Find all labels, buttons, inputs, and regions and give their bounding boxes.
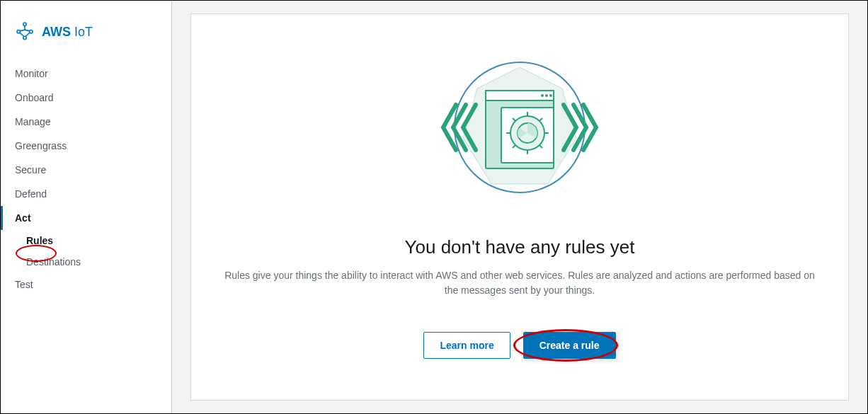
sidebar-item-defend[interactable]: Defend — [1, 182, 171, 206]
svg-point-0 — [23, 23, 26, 25]
aws-iot-logo-icon — [15, 21, 35, 43]
logo[interactable]: AWS IoT — [1, 13, 171, 62]
sidebar-subitem-rules[interactable]: Rules — [1, 230, 171, 251]
logo-text: AWS IoT — [42, 25, 93, 40]
svg-point-2 — [30, 30, 33, 33]
main-content: You don't have any rules yet Rules give … — [172, 1, 867, 413]
sidebar: AWS IoT Monitor Onboard Manage Greengras… — [1, 1, 172, 413]
rules-illustration-icon — [435, 57, 605, 201]
sidebar-item-secure[interactable]: Secure — [1, 158, 171, 182]
rules-empty-panel: You don't have any rules yet Rules give … — [190, 13, 849, 401]
sidebar-item-manage[interactable]: Manage — [1, 110, 171, 134]
empty-state-buttons: Learn more Create a rule — [423, 332, 615, 359]
sidebar-item-greengrass[interactable]: Greengrass — [1, 134, 171, 158]
sidebar-item-act[interactable]: Act — [1, 206, 171, 230]
sidebar-item-onboard[interactable]: Onboard — [1, 86, 171, 110]
sidebar-item-monitor[interactable]: Monitor — [1, 62, 171, 86]
sidebar-nav: Monitor Onboard Manage Greengrass Secure… — [1, 62, 171, 297]
sidebar-subitem-destinations[interactable]: Destinations — [1, 251, 171, 272]
empty-state-title: You don't have any rules yet — [405, 236, 635, 258]
sidebar-item-test[interactable]: Test — [1, 272, 171, 297]
svg-point-8 — [541, 94, 544, 97]
empty-state-description: Rules give your things the ability to in… — [222, 268, 817, 298]
svg-point-10 — [549, 94, 552, 97]
create-rule-button[interactable]: Create a rule — [523, 332, 616, 359]
learn-more-button[interactable]: Learn more — [423, 332, 510, 359]
svg-point-1 — [17, 30, 20, 33]
svg-point-9 — [545, 94, 548, 97]
